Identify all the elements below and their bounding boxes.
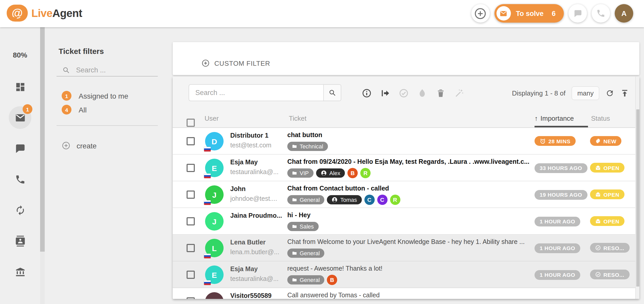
tag-dot[interactable]: B (347, 168, 358, 178)
toolbar-actions (362, 77, 464, 109)
row-checkbox[interactable] (187, 244, 195, 252)
agent-tag[interactable]: Alex (316, 168, 345, 178)
ticket-title[interactable]: chat button (287, 131, 562, 139)
tickets-search[interactable] (189, 84, 341, 101)
ticket-title[interactable]: Call answered by Tomas - called (287, 291, 562, 299)
custom-filter-button[interactable]: CUSTOM FILTER (201, 59, 270, 67)
department-tag[interactable]: General (287, 249, 324, 258)
table-row[interactable]: DDistributor 1test@test.comchat buttonTe… (173, 128, 639, 155)
department-tag[interactable]: General (287, 275, 324, 284)
table-row[interactable]: VVisitor550589Call answered by Tomas - c… (173, 288, 639, 299)
row-checkbox[interactable] (187, 217, 195, 225)
row-checkbox[interactable] (187, 137, 195, 145)
trash-icon[interactable] (436, 88, 446, 98)
left-scrollbar[interactable] (40, 27, 45, 304)
status-pill: NEW (590, 136, 622, 146)
logo-bubble-icon: @ (7, 5, 28, 22)
tickets-search-input[interactable] (189, 89, 323, 97)
tag-dot[interactable]: R (390, 195, 400, 205)
sidebar-item-calls[interactable] (9, 168, 31, 191)
row-checkbox[interactable] (187, 297, 195, 299)
search-button[interactable] (323, 85, 341, 101)
importance-pill: 33 HOURS AGO (535, 163, 587, 173)
open-envelope-icon (595, 192, 601, 197)
department-tag[interactable]: Technical (287, 142, 328, 151)
avatar-initial: A (621, 9, 627, 17)
to-solve-button[interactable]: To solve 6 (494, 4, 564, 23)
row-checkbox[interactable] (187, 271, 195, 279)
open-envelope-icon (595, 218, 601, 224)
scrollbar-thumb[interactable] (40, 27, 45, 252)
create-filter-button[interactable]: create (62, 141, 97, 150)
importance-pill: 1 HOUR AGO (535, 243, 580, 253)
chat-icon (573, 9, 582, 18)
refresh-icon[interactable] (605, 89, 614, 97)
page-size-select[interactable]: many (572, 86, 599, 100)
slovakia-flag-icon (204, 174, 211, 178)
table-row[interactable]: LLena Butlerlena.m.butler@...Chat from W… (173, 235, 639, 261)
column-status[interactable]: Status (591, 115, 610, 122)
sidebar-nav: 1 (0, 27, 40, 304)
department-tag[interactable]: General (287, 195, 324, 204)
tag-dot[interactable]: B (327, 275, 337, 285)
column-user[interactable]: User (205, 115, 219, 122)
table-row[interactable]: JJaina Proudmo...hi - HeySales1 HOUR AGO… (173, 208, 639, 235)
slovakia-flag-icon (204, 280, 211, 285)
chats-button[interactable] (568, 4, 587, 23)
sidebar-item-contacts[interactable] (9, 230, 31, 252)
user-email: lena.m.butler@... (230, 249, 285, 256)
department-tag[interactable]: VIP (287, 168, 313, 178)
phone-icon (15, 174, 25, 185)
ticket-title[interactable]: Chat from 09/24/2020 - Hello Esja May, t… (287, 158, 562, 166)
ticket-title[interactable]: Chat from Contact button - called (287, 184, 562, 193)
agent-tag[interactable]: Tomas (327, 195, 362, 204)
toolbar: Displaying 1 - 8 of many (173, 77, 639, 109)
flame-icon[interactable] (417, 88, 427, 98)
info-icon[interactable] (362, 88, 372, 98)
liveagent-logo[interactable]: @ LiveAgent (7, 5, 82, 22)
tag-dot[interactable]: R (360, 168, 371, 178)
user-avatar-button[interactable]: A (615, 4, 633, 23)
ticket-title[interactable]: hi - Hey (287, 211, 562, 219)
forward-icon[interactable] (380, 88, 390, 98)
filters-search-input[interactable] (75, 66, 147, 74)
check-circle-icon (595, 245, 601, 251)
ticket-title[interactable]: request - Awesome! Thanks a lot! (287, 264, 562, 273)
sidebar-item-company[interactable] (9, 260, 31, 283)
check-circle-icon[interactable] (399, 88, 409, 98)
status-pill: OPEN (590, 189, 624, 199)
importance-cell: 1 HOUR AGO (535, 243, 580, 253)
ticket-cell: request - Awesome! Thanks a lot!GeneralB (287, 264, 562, 285)
user-avatar: J (205, 185, 224, 204)
tag-dot[interactable]: C (364, 195, 374, 205)
column-ticket[interactable]: Ticket (289, 115, 306, 122)
filter-item[interactable]: 1Assigned to me (57, 89, 158, 103)
filter-label: All (79, 106, 87, 114)
sidebar-item-chats[interactable] (9, 137, 31, 160)
scrollbar-thumb[interactable] (636, 109, 639, 287)
column-importance[interactable]: ↑Importance (535, 115, 574, 122)
tag-dot[interactable]: C (377, 195, 387, 205)
filter-item[interactable]: 4All (57, 103, 158, 117)
usage-indicator: 80% (0, 51, 40, 59)
calls-button[interactable] (592, 4, 610, 23)
sidebar-item-tickets[interactable]: 1 (9, 106, 31, 129)
filters-search[interactable] (57, 64, 158, 77)
sidebar-item-automation[interactable] (9, 199, 31, 221)
add-button[interactable] (471, 4, 490, 23)
table-row[interactable]: EEsja Maytestauralinka@...request - Awes… (173, 261, 639, 288)
row-checkbox[interactable] (187, 164, 195, 172)
row-checkbox[interactable] (187, 191, 195, 199)
table-row[interactable]: JJohnjohndoe@test....Chat from Contact b… (173, 181, 639, 208)
user-avatar: J (205, 212, 224, 231)
sidebar-item-dashboard[interactable] (9, 75, 31, 98)
user-email: testauralinka@... (230, 275, 285, 282)
folder-icon (292, 224, 297, 229)
right-scrollbar[interactable] (635, 77, 639, 299)
ticket-title[interactable]: Chat from Welcome to your LiveAgent Know… (287, 238, 562, 246)
table-row[interactable]: EEsja Maytestauralinka@...Chat from 09/2… (173, 155, 639, 181)
collapse-top-icon[interactable] (620, 89, 629, 97)
wand-icon[interactable] (454, 88, 464, 98)
department-tag[interactable]: Sales (287, 222, 318, 231)
select-all-checkbox[interactable] (187, 119, 195, 127)
